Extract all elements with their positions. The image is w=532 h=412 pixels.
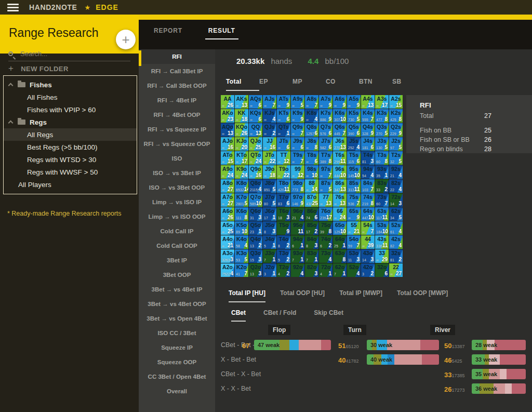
matrix-cell-Q9s[interactable]: Q9s∞7 bbox=[291, 123, 304, 137]
nav-item-iso-vs-3bet-ip[interactable]: ISO → vs 3Bet IP bbox=[139, 166, 215, 180]
matrix-cell-32s[interactable]: 32s812 bbox=[389, 249, 403, 263]
matrix-cell-65o[interactable]: 65o12910 bbox=[333, 221, 347, 235]
matrix-cell-82o[interactable]: 82o3 bbox=[305, 263, 318, 277]
matrix-cell-QQ[interactable]: QQ∞13 bbox=[249, 123, 262, 137]
matrix-cell-73s[interactable]: 73s607 bbox=[375, 193, 389, 207]
nav-item-cold-call-ip[interactable]: Cold Call IP bbox=[139, 224, 215, 238]
matrix-cell-43o[interactable]: 43o143 bbox=[361, 249, 375, 263]
matrix-cell-AKs[interactable]: AKs∞13 bbox=[235, 95, 248, 109]
tab-result[interactable]: RESULT bbox=[205, 27, 238, 39]
matrix-cell-33[interactable]: 33∞29 bbox=[375, 249, 389, 263]
matrix-cell-Q2o[interactable]: Q2o133 bbox=[249, 263, 262, 277]
matrix-cell-98o[interactable]: 98o7738 bbox=[291, 179, 304, 193]
tree-item-regs[interactable]: Regs bbox=[4, 116, 137, 128]
matrix-cell-88[interactable]: 88∞14 bbox=[305, 179, 318, 193]
matrix-cell-A3s[interactable]: A3s∞17 bbox=[375, 95, 389, 109]
matrix-cell-K5s[interactable]: K5s7305 bbox=[347, 109, 361, 123]
tree-item-best-regs-5-bb-100-[interactable]: Best Regs (>5 bb/100) bbox=[4, 141, 137, 153]
matrix-cell-62o[interactable]: 62o71 bbox=[333, 263, 347, 277]
position-tab-sb[interactable]: SB bbox=[392, 78, 425, 91]
matrix-cell-A4s[interactable]: A4s∞13 bbox=[361, 95, 375, 109]
matrix-cell-K9s[interactable]: K9s∞9 bbox=[291, 109, 304, 123]
matrix-cell-93o[interactable]: 93o71 bbox=[291, 249, 304, 263]
matrix-cell-Q8o[interactable]: Q8o21154 bbox=[249, 179, 262, 193]
matrix-cell-Q3o[interactable]: Q3o153 bbox=[249, 249, 262, 263]
nav-scrollbar[interactable] bbox=[139, 50, 141, 66]
matrix-cell-86s[interactable]: 86s34713 bbox=[333, 179, 347, 193]
matrix-cell-K9o[interactable]: K9o∞24 bbox=[235, 165, 248, 179]
river-strength-bar[interactable]: 33 weak bbox=[472, 354, 526, 365]
matrix-cell-Q7o[interactable]: Q7o58910 bbox=[249, 193, 262, 207]
nav-item-rfi-4bet-oop[interactable]: RFI → 4Bet OOP bbox=[139, 108, 215, 122]
matrix-cell-QTo[interactable]: QTo∞24 bbox=[249, 151, 262, 165]
matrix-cell-92s[interactable]: 92s214 bbox=[389, 165, 403, 179]
matrix-cell-A8s[interactable]: A8s∞7 bbox=[305, 95, 318, 109]
matrix-cell-JTs[interactable]: JTs∞6 bbox=[277, 137, 290, 151]
matrix-cell-96o[interactable]: 96o214 bbox=[291, 207, 304, 221]
matrix-cell-A5o[interactable]: A5o∞25 bbox=[221, 221, 234, 235]
tree-item-all-players[interactable]: All Players bbox=[4, 178, 137, 191]
nav-item-rfi-vs-squeeze-ip[interactable]: RFI → vs Squeeze IP bbox=[139, 122, 215, 137]
tree-item-regs-with-wtsd-30[interactable]: Regs with WTSD > 30 bbox=[4, 153, 137, 166]
matrix-cell-J7o[interactable]: J7o805 bbox=[263, 193, 276, 207]
matrix-cell-55[interactable]: 55∞21 bbox=[347, 221, 361, 235]
matrix-cell-A9s[interactable]: A9s∞5 bbox=[291, 95, 304, 109]
matrix-cell-AA[interactable]: AA∞26 bbox=[221, 95, 234, 109]
matrix-cell-72s[interactable]: 72s143 bbox=[389, 193, 403, 207]
matrix-cell-J5s[interactable]: J5s2524 bbox=[347, 137, 361, 151]
matrix-cell-J3s[interactable]: J3s1305 bbox=[375, 137, 389, 151]
matrix-cell-T8s[interactable]: T8s∞6 bbox=[305, 151, 318, 165]
matrix-cell-T7o[interactable]: T7o836 bbox=[277, 193, 290, 207]
matrix-cell-J2s[interactable]: J2s975 bbox=[389, 137, 403, 151]
nav-item-3bet-oop[interactable]: 3Bet OOP bbox=[139, 268, 215, 282]
nav-item-3bet-vs-4bet-oop[interactable]: 3Bet → vs 4Bet OOP bbox=[139, 297, 215, 311]
matrix-cell-A9o[interactable]: A9o∞24 bbox=[221, 165, 234, 179]
matrix-cell-J9s[interactable]: J9s∞6 bbox=[291, 137, 304, 151]
nav-item-rfi-4bet-ip[interactable]: RFI → 4Bet IP bbox=[139, 93, 215, 108]
matrix-cell-43s[interactable]: 43s33611 bbox=[375, 235, 389, 249]
matrix-cell-Q9o[interactable]: Q9o∞16 bbox=[249, 165, 262, 179]
matrix-cell-J4s[interactable]: J4s1816 bbox=[361, 137, 375, 151]
matrix-cell-A4o[interactable]: A4o∞21 bbox=[221, 235, 234, 249]
cbet-tab-skip-cbet[interactable]: Skip CBet bbox=[314, 309, 343, 322]
matrix-cell-K2s[interactable]: K2s4258 bbox=[389, 109, 403, 123]
position-tab-ep[interactable]: EP bbox=[259, 78, 292, 91]
matrix-cell-Q2s[interactable]: Q2s2299 bbox=[389, 123, 403, 137]
matrix-cell-J6s[interactable]: J6s27013 bbox=[333, 137, 347, 151]
matrix-cell-66[interactable]: 66∞24 bbox=[333, 207, 347, 221]
nav-item-rfi-vs-squeeze-oop[interactable]: RFI → vs Squeeze OOP bbox=[139, 137, 215, 151]
matrix-cell-94s[interactable]: 94s544 bbox=[361, 165, 375, 179]
matrix-cell-A8o[interactable]: A8o∞27 bbox=[221, 179, 234, 193]
matrix-cell-KTs[interactable]: KTs∞6 bbox=[277, 109, 290, 123]
matrix-cell-J5o[interactable]: J5o83 bbox=[263, 221, 276, 235]
matrix-cell-Q7s[interactable]: Q7s5766 bbox=[319, 123, 332, 137]
matrix-cell-98s[interactable]: 98s∞10 bbox=[305, 165, 318, 179]
matrix-cell-KJs[interactable]: KJs∞4 bbox=[263, 109, 276, 123]
matrix-cell-T2s[interactable]: T2s325 bbox=[389, 151, 403, 165]
matrix-cell-99[interactable]: 99∞12 bbox=[291, 165, 304, 179]
matrix-cell-T4s[interactable]: T4s813 bbox=[361, 151, 375, 165]
matrix-cell-QTs[interactable]: QTs∞1 bbox=[277, 123, 290, 137]
matrix-cell-52o[interactable]: 52o4 bbox=[347, 263, 361, 277]
nav-item-cc-3bet-open-4bet[interactable]: CC 3Bet / Open 4Bet bbox=[139, 369, 215, 384]
position-tab-co[interactable]: CO bbox=[326, 78, 359, 91]
matrix-cell-ATo[interactable]: ATo∞15 bbox=[221, 151, 234, 165]
matrix-cell-K8s[interactable]: K8s∞4 bbox=[305, 109, 318, 123]
tree-item-fishes[interactable]: Fishes bbox=[4, 78, 137, 91]
matrix-cell-A6s[interactable]: A6s∞9 bbox=[333, 95, 347, 109]
matrix-cell-54o[interactable]: 54o597 bbox=[347, 235, 361, 249]
matrix-cell-92o[interactable]: 92o4 bbox=[291, 263, 304, 277]
cbet-tab-cbet-fold[interactable]: CBet / Fold bbox=[263, 309, 296, 322]
matrix-cell-T5s[interactable]: T5s1156 bbox=[347, 151, 361, 165]
matrix-cell-83s[interactable]: 83s332 bbox=[375, 179, 389, 193]
matrix-cell-44[interactable]: 44∞39 bbox=[361, 235, 375, 249]
matrix-cell-82s[interactable]: 82s224 bbox=[389, 179, 403, 193]
matrix-cell-AJs[interactable]: AJs∞7 bbox=[263, 95, 276, 109]
matrix-cell-87o[interactable]: 87o43025 bbox=[305, 193, 318, 207]
matrix-cell-J6o[interactable]: J6o171 bbox=[263, 207, 276, 221]
matrix-cell-42o[interactable]: 42o32 bbox=[361, 263, 375, 277]
matrix-cell-A7s[interactable]: A7s∞9 bbox=[319, 95, 332, 109]
matrix-cell-T5o[interactable]: T5o9 bbox=[277, 221, 290, 235]
nav-item-3bet-ip[interactable]: 3Bet IP bbox=[139, 253, 215, 268]
matrix-cell-A2o[interactable]: A2o75224 bbox=[221, 263, 234, 277]
